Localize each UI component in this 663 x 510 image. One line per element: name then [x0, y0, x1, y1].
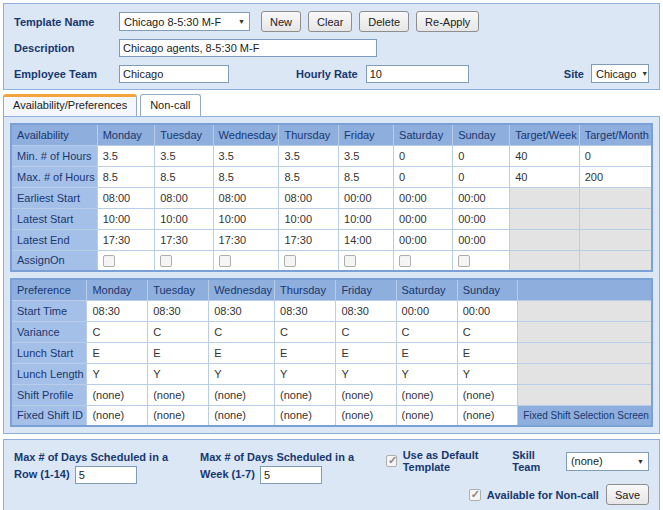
value-cell[interactable]: C	[457, 321, 518, 342]
value-cell[interactable]: 0	[453, 166, 510, 187]
value-cell[interactable]: 40	[510, 166, 580, 187]
value-cell[interactable]: (none)	[457, 384, 518, 405]
tab-availability-preferences[interactable]: Availability/Preferences	[3, 94, 137, 116]
value-cell[interactable]: C	[275, 321, 336, 342]
value-cell[interactable]: (none)	[336, 405, 396, 426]
value-cell[interactable]: E	[87, 342, 148, 363]
value-cell[interactable]: (none)	[148, 405, 209, 426]
fixed-shift-selection-button[interactable]: Fixed Shift Selection Screen	[518, 405, 652, 426]
value-cell[interactable]: 00:00	[453, 187, 510, 208]
value-cell[interactable]: 00:00	[457, 300, 518, 321]
save-button[interactable]: Save	[606, 484, 649, 505]
value-cell[interactable]: E	[275, 342, 336, 363]
value-cell[interactable]: 200	[579, 166, 652, 187]
value-cell[interactable]: 08:30	[148, 300, 209, 321]
value-cell[interactable]: 3.5	[339, 145, 394, 166]
value-cell[interactable]: 08:30	[87, 300, 148, 321]
value-cell[interactable]: (none)	[87, 405, 148, 426]
assignon-checkbox[interactable]	[399, 255, 411, 267]
value-cell[interactable]: 08:00	[97, 187, 155, 208]
value-cell[interactable]: Y	[87, 363, 148, 384]
value-cell[interactable]: Y	[275, 363, 336, 384]
value-cell[interactable]: 10:00	[97, 208, 155, 229]
employee-team-input[interactable]	[119, 65, 229, 83]
assignon-checkbox[interactable]	[103, 255, 115, 267]
value-cell[interactable]: C	[336, 321, 396, 342]
value-cell[interactable]: 00:00	[394, 229, 453, 250]
value-cell[interactable]: 17:30	[213, 229, 279, 250]
value-cell[interactable]: 00:00	[394, 208, 453, 229]
value-cell[interactable]: 8.5	[339, 166, 394, 187]
value-cell[interactable]: 8.5	[279, 166, 339, 187]
value-cell[interactable]: C	[396, 321, 457, 342]
value-cell[interactable]: 17:30	[279, 229, 339, 250]
value-cell[interactable]: 08:00	[155, 187, 213, 208]
value-cell[interactable]: (none)	[396, 405, 457, 426]
value-cell[interactable]: E	[209, 342, 275, 363]
use-default-checkbox[interactable]	[386, 455, 397, 467]
value-cell[interactable]: C	[209, 321, 275, 342]
value-cell[interactable]: 08:00	[213, 187, 279, 208]
assignon-checkbox[interactable]	[344, 255, 356, 267]
value-cell[interactable]: 0	[394, 145, 453, 166]
value-cell[interactable]: 40	[510, 145, 580, 166]
value-cell[interactable]: 08:30	[209, 300, 275, 321]
value-cell[interactable]: 08:00	[279, 187, 339, 208]
site-select[interactable]: Chicago ▼	[591, 64, 649, 83]
value-cell[interactable]: 00:00	[394, 187, 453, 208]
value-cell[interactable]: (none)	[148, 384, 209, 405]
value-cell[interactable]: 3.5	[279, 145, 339, 166]
reapply-button[interactable]: Re-Apply	[416, 11, 479, 32]
value-cell[interactable]: Y	[148, 363, 209, 384]
new-button[interactable]: New	[261, 11, 301, 32]
value-cell[interactable]: (none)	[396, 384, 457, 405]
tab-non-call[interactable]: Non-call	[140, 94, 200, 116]
template-name-select[interactable]: Chicago 8-5:30 M-F ▼	[119, 12, 250, 31]
assignon-checkbox[interactable]	[219, 255, 231, 267]
value-cell[interactable]: (none)	[209, 405, 275, 426]
value-cell[interactable]: Y	[209, 363, 275, 384]
value-cell[interactable]: E	[336, 342, 396, 363]
delete-button[interactable]: Delete	[359, 11, 409, 32]
value-cell[interactable]: (none)	[209, 384, 275, 405]
value-cell[interactable]: Y	[396, 363, 457, 384]
value-cell[interactable]: C	[87, 321, 148, 342]
value-cell[interactable]: 14:00	[339, 229, 394, 250]
hourly-rate-input[interactable]	[366, 65, 469, 83]
value-cell[interactable]: 8.5	[155, 166, 213, 187]
value-cell[interactable]: 17:30	[155, 229, 213, 250]
value-cell[interactable]: 3.5	[97, 145, 155, 166]
value-cell[interactable]: 10:00	[339, 208, 394, 229]
value-cell[interactable]: E	[148, 342, 209, 363]
value-cell[interactable]: 10:00	[155, 208, 213, 229]
value-cell[interactable]: (none)	[457, 405, 518, 426]
value-cell[interactable]: 00:00	[339, 187, 394, 208]
max-days-week-input[interactable]	[260, 466, 322, 484]
value-cell[interactable]: 10:00	[213, 208, 279, 229]
assignon-checkbox[interactable]	[458, 255, 470, 267]
value-cell[interactable]: (none)	[87, 384, 148, 405]
value-cell[interactable]: 08:30	[336, 300, 396, 321]
value-cell[interactable]: 00:00	[453, 208, 510, 229]
clear-button[interactable]: Clear	[308, 11, 352, 32]
value-cell[interactable]: 0	[453, 145, 510, 166]
value-cell[interactable]: C	[148, 321, 209, 342]
value-cell[interactable]: 00:00	[396, 300, 457, 321]
assignon-checkbox[interactable]	[160, 255, 172, 267]
value-cell[interactable]: 17:30	[97, 229, 155, 250]
available-noncall-checkbox[interactable]	[469, 489, 481, 501]
value-cell[interactable]: 00:00	[453, 229, 510, 250]
description-input[interactable]	[119, 39, 377, 57]
skill-team-select[interactable]: (none) ▼	[566, 452, 649, 471]
value-cell[interactable]: 8.5	[213, 166, 279, 187]
value-cell[interactable]: 08:30	[275, 300, 336, 321]
value-cell[interactable]: 0	[579, 145, 652, 166]
value-cell[interactable]: (none)	[275, 384, 336, 405]
value-cell[interactable]: 0	[394, 166, 453, 187]
value-cell[interactable]: 3.5	[213, 145, 279, 166]
value-cell[interactable]: Y	[336, 363, 396, 384]
value-cell[interactable]: E	[396, 342, 457, 363]
value-cell[interactable]: (none)	[275, 405, 336, 426]
value-cell[interactable]: E	[457, 342, 518, 363]
value-cell[interactable]: Y	[457, 363, 518, 384]
